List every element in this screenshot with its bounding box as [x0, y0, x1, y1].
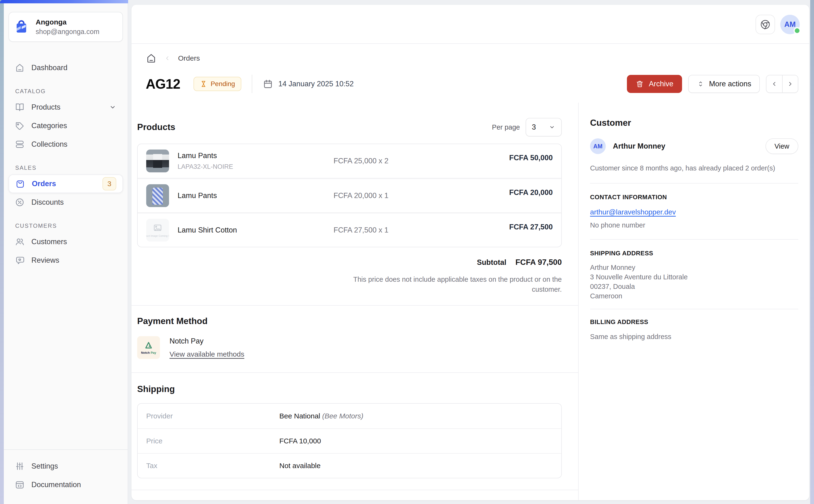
sidebar-item-dashboard[interactable]: Dashboard [9, 58, 123, 77]
subtotal-row: Subtotal FCFA 97,500 [137, 258, 562, 267]
archive-button[interactable]: Archive [627, 75, 682, 93]
products-title: Products [137, 122, 175, 132]
status-label: Pending [211, 80, 235, 88]
product-line-total: FCFA 50,000 [509, 154, 553, 162]
previous-order-button[interactable] [766, 75, 782, 92]
payment-title: Payment Method [137, 316, 562, 326]
more-actions-label: More actions [709, 80, 751, 88]
shipping-row-label: Provider [146, 412, 279, 420]
chevron-left-icon [164, 55, 171, 62]
top-bar: AM [131, 5, 809, 44]
view-customer-button[interactable]: View [766, 138, 798, 154]
shipping-row: Price FCFA 10,000 [138, 428, 561, 453]
code-window-icon [15, 480, 25, 490]
product-info: Lamu Shirt Cotton [178, 226, 325, 234]
chevron-left-icon [771, 80, 778, 87]
notchpay-logo-text: Notch Pay [141, 351, 156, 354]
contact-heading: CONTACT INFORMATION [590, 194, 798, 201]
per-page-select[interactable]: 3 [526, 118, 562, 136]
logo-word: Pay [151, 351, 156, 354]
store-info: Angonga shop@angonga.com [36, 18, 99, 36]
shipping-row: Provider Bee National (Bee Motors) [138, 404, 561, 428]
divider [590, 183, 798, 184]
sidebar-item-orders[interactable]: Orders 3 [9, 174, 123, 193]
sidebar-item-documentation[interactable]: Documentation [9, 475, 123, 494]
sidebar-item-customers[interactable]: Customers [9, 233, 123, 251]
per-page-label: Per page [492, 123, 520, 131]
customer-name: Arthur Monney [613, 142, 665, 150]
chevron-down-icon [548, 124, 556, 131]
home-icon[interactable] [146, 53, 157, 64]
sidebar-item-discounts[interactable]: Discounts [9, 193, 123, 212]
product-row: Lamu Pants FCFA 20,000 x 1 FCFA 20,000 [138, 178, 561, 212]
payment-method: Notch Pay Notch Pay View available metho… [137, 336, 562, 359]
address-line: Arthur Monney [590, 263, 798, 272]
sidebar-item-label: Products [31, 103, 60, 111]
sidebar-item-label: Documentation [31, 480, 81, 489]
order-pagination [766, 75, 798, 93]
browser-button[interactable] [756, 15, 775, 34]
product-name[interactable]: Lamu Shirt Cotton [178, 226, 325, 234]
next-order-button[interactable] [782, 75, 798, 92]
total-row: Total FCFA 107,500 [131, 490, 578, 500]
customer-avatar: AM [590, 138, 606, 154]
sidebar-item-label: Settings [31, 462, 58, 470]
divider [590, 239, 798, 240]
product-image-placeholder: Product Image Coming Soon [146, 219, 169, 242]
book-icon [15, 102, 25, 112]
notchpay-logo: Notch Pay [137, 336, 160, 359]
orders-count-badge: 3 [102, 177, 116, 190]
avatar-initials: AM [784, 20, 796, 29]
customer-email-link[interactable]: arthur@laravelshopper.dev [590, 208, 676, 216]
products-card-wrap: Lamu Pants LAPA32-XL-NOIRE FCFA 25,000 x… [131, 144, 578, 294]
address-line: 3 Nouvelle Aventure du Littorale [590, 272, 798, 282]
products-header: Products Per page 3 [131, 118, 578, 136]
customer-avatar-initials: AM [593, 143, 603, 150]
per-page-value: 3 [532, 123, 536, 131]
product-name[interactable]: Lamu Pants [178, 191, 325, 200]
divider [252, 75, 252, 93]
sidebar-item-label: Categories [31, 121, 67, 130]
billing-address: Same as shipping address [590, 333, 798, 341]
product-name[interactable]: Lamu Pants [178, 151, 325, 160]
page-title: AG12 [146, 76, 180, 92]
shipping-section: Shipping Provider Bee National (Bee Moto… [131, 384, 578, 478]
shipping-row-value: Bee National (Bee Motors) [279, 412, 553, 420]
sidebar-nav: Dashboard CATALOG Products Categories Co… [4, 58, 128, 270]
chevron-right-icon [787, 80, 794, 87]
sidebar-item-categories[interactable]: Categories [9, 116, 123, 135]
sidebar-item-collections[interactable]: Collections [9, 135, 123, 154]
sidebar-section-catalog: CATALOG [15, 88, 123, 95]
subtotal-value: FCFA 97,500 [515, 258, 562, 267]
subtotal-label: Subtotal [477, 258, 506, 267]
order-date-text: 14 January 2025 10:52 [278, 80, 354, 88]
product-info: Lamu Pants LAPA32-XL-NOIRE [178, 151, 325, 170]
sidebar-item-reviews[interactable]: Reviews [9, 251, 123, 270]
user-avatar[interactable]: AM [780, 15, 800, 34]
sidebar-item-label: Customers [31, 237, 67, 246]
logo-word: Notch [141, 351, 150, 354]
sidebar-item-products[interactable]: Products [9, 98, 123, 116]
product-image [146, 184, 169, 207]
store-switcher[interactable]: Angonga shop@angonga.com [9, 12, 123, 42]
online-status-dot [794, 27, 801, 34]
shipping-provider-note: (Bee Motors) [322, 412, 363, 420]
order-content: Products Per page 3 Lamu Pants LAPA3 [131, 103, 809, 500]
discount-icon [15, 197, 25, 207]
sidebar: Angonga shop@angonga.com Dashboard CATAL… [4, 3, 128, 504]
shopping-bag-icon [15, 179, 25, 189]
product-image [146, 150, 169, 172]
store-name: Angonga [36, 18, 99, 26]
sidebar-item-settings[interactable]: Settings [9, 457, 123, 475]
billing-address-heading: BILLING ADDRESS [590, 318, 798, 326]
product-unit-price: FCFA 25,000 x 2 [334, 157, 501, 165]
view-methods-link[interactable]: View available methods [170, 350, 244, 358]
product-unit-price: FCFA 27,500 x 1 [334, 226, 501, 234]
home-icon [15, 63, 25, 73]
window-edge-left [0, 0, 4, 504]
address-line: Cameroon [590, 291, 798, 301]
more-actions-button[interactable]: More actions [688, 75, 760, 93]
per-page-control: Per page 3 [492, 118, 562, 136]
breadcrumb-current[interactable]: Orders [178, 54, 200, 62]
order-main-column: Products Per page 3 Lamu Pants LAPA3 [131, 103, 579, 500]
